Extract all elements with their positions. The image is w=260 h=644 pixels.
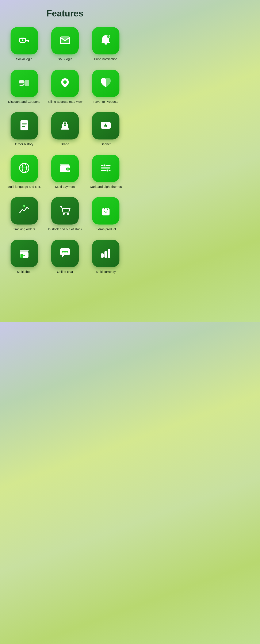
- svg-rect-47: [101, 254, 104, 258]
- svg-rect-7: [104, 43, 107, 44]
- svg-rect-48: [104, 251, 107, 258]
- svg-rect-11: [24, 80, 29, 86]
- feature-item-in-stock: In stock and out of stock: [47, 197, 83, 231]
- feature-label-discount-coupons: Discount and Coupons: [8, 100, 40, 104]
- svg-rect-10: [19, 80, 24, 86]
- chat-icon: [58, 246, 72, 260]
- globe-icon: [18, 161, 31, 176]
- icon-wrapper-billing-address: [51, 70, 79, 97]
- feature-label-multi-payment: Multi payment: [55, 185, 75, 189]
- feature-item-social-login: Social login: [6, 27, 42, 61]
- feature-item-brand: Brand: [47, 112, 83, 146]
- feature-label-sms-login: SMS login: [58, 57, 72, 61]
- feature-item-banner: Banner: [88, 112, 124, 146]
- icon-wrapper-favorite-products: [92, 70, 120, 97]
- icon-wrapper-online-chat: [51, 240, 79, 267]
- features-grid: Social login SMS login ! Push notificati…: [6, 27, 124, 274]
- svg-rect-4: [26, 40, 28, 42]
- feature-label-online-chat: Online chat: [57, 270, 73, 274]
- feature-label-in-stock: In stock and out of stock: [48, 227, 82, 231]
- key-icon: [18, 34, 31, 48]
- bell-icon: !: [99, 34, 112, 48]
- feature-item-discount-coupons: Discount and Coupons: [6, 70, 42, 104]
- svg-text:!: !: [108, 36, 109, 38]
- svg-rect-16: [20, 120, 28, 130]
- icon-wrapper-multi-language: [10, 155, 38, 182]
- heart-icon: [99, 76, 112, 90]
- icon-wrapper-social-login: [10, 27, 38, 54]
- feature-label-billing-address: Billing address map view: [48, 100, 82, 104]
- icon-wrapper-multi-payment: [51, 155, 79, 182]
- wallet-icon: [58, 161, 72, 176]
- feature-item-order-history: Order history: [6, 112, 42, 146]
- cart-icon: [58, 204, 72, 218]
- bag-icon: [58, 118, 72, 133]
- svg-point-43: [24, 255, 25, 256]
- svg-point-38: [22, 206, 24, 206]
- feature-item-multi-shop: Multi shop: [6, 240, 42, 274]
- feature-item-sms-login: SMS login: [47, 27, 83, 61]
- page-title: Features: [46, 8, 83, 18]
- svg-rect-3: [28, 40, 29, 42]
- icon-wrapper-multi-currency: [92, 240, 120, 267]
- icon-wrapper-multi-shop: [10, 240, 38, 267]
- icon-wrapper-push-notification: !: [92, 27, 120, 54]
- feature-label-multi-currency: Multi currency: [96, 270, 116, 274]
- ticket-icon: [18, 76, 31, 90]
- feature-item-push-notification: ! Push notification: [88, 27, 124, 61]
- feature-label-social-login: Social login: [16, 57, 32, 61]
- shop-icon: [18, 246, 31, 260]
- feature-item-multi-currency: Multi currency: [88, 240, 124, 274]
- feature-label-favorite-products: Favorite Products: [94, 100, 118, 104]
- icon-wrapper-tracking-orders: [10, 197, 38, 224]
- svg-point-37: [23, 205, 25, 207]
- feature-item-billing-address: Billing address map view: [47, 70, 83, 104]
- icon-wrapper-brand: [51, 112, 79, 140]
- svg-point-45: [64, 251, 66, 252]
- svg-point-36: [106, 169, 109, 172]
- icon-wrapper-sms-login: [51, 27, 79, 54]
- svg-point-39: [63, 213, 65, 215]
- icon-wrapper-in-stock: [51, 197, 79, 224]
- feature-label-multi-language: Multi language and RTL: [8, 185, 41, 189]
- svg-rect-29: [60, 166, 70, 168]
- feature-item-multi-language: Multi language and RTL: [6, 155, 42, 189]
- feature-label-tracking-orders: Tracking orders: [13, 227, 35, 231]
- feature-item-online-chat: Online chat: [47, 240, 83, 274]
- feature-item-favorite-products: Favorite Products: [88, 70, 124, 104]
- map-pin-icon: [58, 76, 72, 90]
- sliders-icon: [99, 161, 112, 176]
- feature-label-banner: Banner: [101, 142, 111, 146]
- shopping-bag-icon: [99, 204, 112, 218]
- svg-point-35: [103, 164, 106, 167]
- svg-rect-20: [64, 124, 66, 126]
- feature-item-dark-light-themes: Dark and Light themes: [88, 155, 124, 189]
- svg-point-15: [63, 80, 67, 84]
- icon-wrapper-banner: [92, 112, 120, 140]
- svg-point-44: [62, 251, 64, 252]
- icon-wrapper-discount-coupons: [10, 70, 38, 97]
- svg-rect-41: [102, 208, 110, 216]
- bar-chart-icon: [99, 246, 112, 260]
- feature-item-tracking-orders: Tracking orders: [6, 197, 42, 231]
- star-ticket-icon: [99, 118, 112, 133]
- feature-item-extras-product: Extras product: [88, 197, 124, 231]
- icon-wrapper-dark-light-themes: [92, 155, 120, 182]
- svg-rect-49: [108, 249, 110, 258]
- icon-wrapper-extras-product: [92, 197, 120, 224]
- svg-point-1: [22, 40, 24, 41]
- svg-point-40: [67, 213, 69, 215]
- svg-point-31: [67, 168, 68, 170]
- envelope-icon: [58, 34, 72, 48]
- chart-track-icon: [18, 204, 31, 218]
- feature-label-order-history: Order history: [15, 142, 33, 146]
- feature-item-multi-payment: Multi payment: [47, 155, 83, 189]
- svg-point-46: [66, 251, 68, 252]
- feature-label-dark-light-themes: Dark and Light themes: [90, 185, 122, 189]
- document-icon: [18, 118, 31, 133]
- icon-wrapper-order-history: [10, 112, 38, 140]
- feature-label-push-notification: Push notification: [94, 57, 117, 61]
- feature-label-extras-product: Extras product: [96, 227, 116, 231]
- feature-label-brand: Brand: [61, 142, 69, 146]
- feature-label-multi-shop: Multi shop: [17, 270, 31, 274]
